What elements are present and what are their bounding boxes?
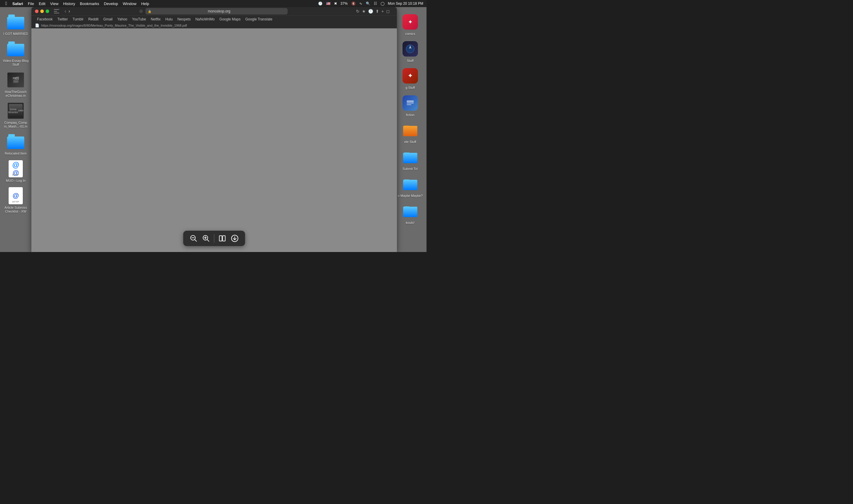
page-view-button[interactable] xyxy=(217,233,228,244)
volume-icon: 🔇 xyxy=(350,0,357,7)
ele-stuff-label: ele Stuff xyxy=(404,140,416,144)
download-button[interactable] xyxy=(229,233,241,244)
minimize-button[interactable] xyxy=(40,10,44,13)
back-button[interactable]: ‹ xyxy=(64,8,67,14)
bookmark-reddit[interactable]: Reddit xyxy=(86,17,101,22)
desktop-icon-submit[interactable]: Submit To! xyxy=(396,146,424,172)
svg-rect-2 xyxy=(407,101,414,102)
bookmark-youtube[interactable]: YouTube xyxy=(130,17,148,22)
toolbar-divider xyxy=(214,234,214,242)
nav-buttons: ‹ › xyxy=(64,8,71,14)
howthegooch-label: HowTheGooch eChristmas.m xyxy=(3,90,29,98)
submit-label: Submit To! xyxy=(403,167,418,171)
desktop-icons-right: ✦ comics Stuff ✦ g Stuff xyxy=(394,9,427,228)
menu-develop[interactable]: Develop xyxy=(102,0,121,7)
sidebar-toggle-bar xyxy=(54,13,59,13)
bookmark-star-button[interactable]: ★ xyxy=(362,9,366,14)
relocated-label: Relocated Item xyxy=(5,151,26,156)
url-display: monoskop.org xyxy=(153,9,285,13)
compaq-icon: SomeMiracles1950 xyxy=(6,101,25,120)
video-essay-label: Video-Essay-Blog Stuff xyxy=(3,59,29,67)
desktop-icon-howthegooch[interactable]: 🎬 HowTheGooch eChristmas.m xyxy=(1,69,30,99)
desktop-icon-muo[interactable]: @ HTTP MUO ‹ Log In xyxy=(1,158,30,184)
desktop-icon-married[interactable]: I GOT MARRIED xyxy=(1,11,30,37)
video-essay-icon xyxy=(6,39,25,58)
menu-history[interactable]: History xyxy=(61,0,77,7)
traffic-lights xyxy=(35,10,49,13)
shield-icon: ☉ xyxy=(139,9,143,14)
married-icon xyxy=(6,13,25,31)
bookmark-nanowrimo[interactable]: NaNoWriMo xyxy=(193,17,217,22)
stuff-trek-icon xyxy=(401,39,420,58)
bookmarks-bar: Facebook Twitter Tumblr Reddit Gmail Yah… xyxy=(31,15,397,22)
desktop-icon-stuff-trek[interactable]: Stuff xyxy=(396,38,424,64)
desktop-icon-kouts[interactable]: kouts! xyxy=(396,200,424,226)
pdf-icon: 📄 xyxy=(35,23,39,28)
share-button[interactable]: ⬆ xyxy=(376,9,379,14)
muo-label: MUO ‹ Log In xyxy=(6,179,25,183)
forward-button[interactable]: › xyxy=(68,8,71,14)
maybe-label: o Maybe Maybe? xyxy=(398,194,423,198)
fiction-icon xyxy=(401,94,420,112)
status-bar: 📄 https://monoskop.org/images/8/80/Merle… xyxy=(31,22,397,29)
bookmark-hulu[interactable]: Hulu xyxy=(163,17,175,22)
submit-icon xyxy=(401,147,420,166)
bookmark-neopets[interactable]: Neopets xyxy=(175,17,193,22)
desktop-icon-comics[interactable]: ✦ comics xyxy=(396,11,424,37)
kouts-icon xyxy=(401,201,420,220)
maximize-button[interactable] xyxy=(46,10,49,13)
reload-button[interactable]: ↻ xyxy=(356,9,359,14)
menu-file[interactable]: File xyxy=(25,0,36,7)
pdf-viewer[interactable] xyxy=(31,29,397,252)
bookmark-twitter[interactable]: Twitter xyxy=(55,17,70,22)
desktop-icon-article[interactable]: @ HTTP Article Submiss Checklist - XW xyxy=(1,185,30,215)
zoom-out-button[interactable] xyxy=(188,233,199,244)
bookmark-tumblr[interactable]: Tumblr xyxy=(71,17,86,22)
bookmark-gmail[interactable]: Gmail xyxy=(101,17,114,22)
howthegooch-icon: 🎬 xyxy=(6,71,25,89)
menu-bookmarks[interactable]: Bookmarks xyxy=(77,0,102,7)
sidebar-toggle-bar xyxy=(54,11,57,12)
datetime: Mon Sep 20 10:18 PM xyxy=(387,0,424,7)
desktop-icon-video-essay[interactable]: Video-Essay-Blog Stuff xyxy=(1,38,30,68)
bookmark-facebook[interactable]: Facebook xyxy=(35,17,55,22)
bookmark-google-translate[interactable]: Google Translate xyxy=(243,17,274,22)
sidebar-toggle-bar xyxy=(54,9,59,10)
desktop-icon-fiction[interactable]: fiction xyxy=(396,92,424,118)
url-bar[interactable]: 🔒 monoskop.org xyxy=(145,8,288,15)
desktop-icons-left: I GOT MARRIED Video-Essay-Blog Stuff 🎬 H… xyxy=(0,9,31,216)
menubar-left:  Safari File Edit View History Bookmark… xyxy=(0,0,152,7)
control-center-icon[interactable]: ☷ xyxy=(373,0,378,7)
kouts-label: kouts! xyxy=(406,221,414,225)
svg-rect-3 xyxy=(407,103,414,103)
desktop-icon-ele-stuff[interactable]: ele Stuff xyxy=(396,119,424,145)
bookmark-yahoo[interactable]: Yahoo xyxy=(115,17,129,22)
bookmark-google-maps[interactable]: Google Maps xyxy=(217,17,243,22)
maybe-icon xyxy=(401,175,420,193)
svg-rect-12 xyxy=(219,236,222,241)
article-label: Article Submiss Checklist - XW xyxy=(3,206,29,214)
bookmark-netflix[interactable]: Netflix xyxy=(149,17,163,22)
menu-view[interactable]: View xyxy=(48,0,61,7)
menu-bar:  Safari File Edit View History Bookmark… xyxy=(0,0,427,7)
desktop-icon-relocated[interactable]: Relocated Item xyxy=(1,131,30,157)
sidebar-toggle-button[interactable] xyxy=(54,9,59,13)
apple-menu[interactable]:  xyxy=(2,0,10,7)
battery-percent: 37% xyxy=(341,1,348,6)
desktop-icon-gstuff[interactable]: ✦ g Stuff xyxy=(396,65,424,91)
new-tab-button[interactable]: + xyxy=(381,9,384,14)
menu-window[interactable]: Window xyxy=(120,0,139,7)
menu-edit[interactable]: Edit xyxy=(36,0,48,7)
zoom-in-button[interactable] xyxy=(200,233,212,244)
spotlight-icon[interactable]: 🔍 xyxy=(365,0,371,7)
desktop-icon-maybe[interactable]: o Maybe Maybe? xyxy=(396,173,424,199)
history-button[interactable]: 🕐 xyxy=(368,9,373,14)
married-label: I GOT MARRIED xyxy=(3,32,28,36)
app-name[interactable]: Safari xyxy=(10,0,25,7)
lock-icon: 🔒 xyxy=(148,10,152,13)
siri-icon[interactable]: ◯ xyxy=(380,0,385,7)
desktop-icon-compaq[interactable]: SomeMiracles1950 Compaq_Comp rs_Mash...-… xyxy=(1,100,30,130)
close-button[interactable] xyxy=(35,10,38,13)
menu-help[interactable]: Help xyxy=(139,0,152,7)
tab-overview-button[interactable]: ◻ xyxy=(386,9,390,14)
